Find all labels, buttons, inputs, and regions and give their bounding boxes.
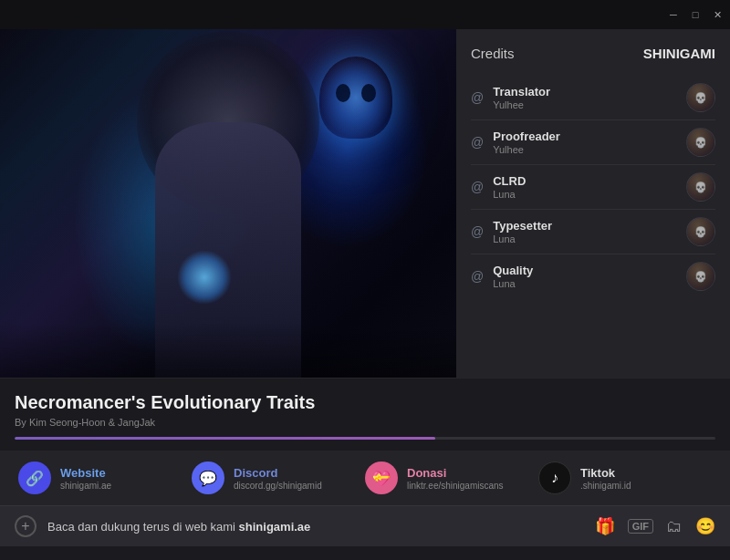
credit-name: Yulhee xyxy=(493,99,686,110)
message-text: Baca dan dukung terus di web kami shinig… xyxy=(47,520,584,534)
avatar-inner: 💀 xyxy=(687,84,714,111)
social-icon-website: 🔗 xyxy=(18,461,51,494)
message-bar: + Baca dan dukung terus di web kami shin… xyxy=(0,505,730,546)
social-url-website: shinigami.ae xyxy=(60,481,111,491)
emoji-icon[interactable]: 😊 xyxy=(695,516,715,536)
reading-progress-bar xyxy=(15,437,715,440)
social-text-website: Website shinigami.ae xyxy=(60,466,111,491)
progress-fill xyxy=(15,437,435,440)
add-content-button[interactable]: + xyxy=(15,515,36,537)
social-links-container: 🔗 Website shinigami.ae 💬 Discord discord… xyxy=(18,461,712,494)
titlebar: ─ □ ✕ xyxy=(0,0,730,29)
avatar-inner: 💀 xyxy=(687,263,714,290)
credits-list: @ Translator Yulhee 💀 @ Proofreader Yulh… xyxy=(471,76,715,298)
close-button[interactable]: ✕ xyxy=(712,9,723,20)
cover-image xyxy=(0,29,456,378)
credits-panel: Credits SHINIGAMI @ Translator Yulhee 💀 … xyxy=(456,29,730,378)
maximize-button[interactable]: □ xyxy=(690,9,701,20)
credit-role: Typesetter xyxy=(493,219,686,233)
credit-item: @ Proofreader Yulhee 💀 xyxy=(471,120,715,165)
credit-role: Proofreader xyxy=(493,130,686,143)
message-prefix: Baca dan dukung terus di web kami xyxy=(47,520,239,534)
social-text-discord: Discord discord.gg/shinigamid xyxy=(234,466,322,491)
credit-item: @ Translator Yulhee 💀 xyxy=(471,76,715,120)
credits-brand: SHINIGAMI xyxy=(643,46,715,61)
main-content: Credits SHINIGAMI @ Translator Yulhee 💀 … xyxy=(0,29,730,378)
manga-author: By Kim Seong-Hoon & JangJak xyxy=(15,417,715,428)
credit-role: Translator xyxy=(493,85,686,99)
social-item-website[interactable]: 🔗 Website shinigami.ae xyxy=(18,461,192,494)
manga-info-bar: Necromancer's Evolutionary Traits By Kim… xyxy=(0,378,730,451)
credit-at-icon: @ xyxy=(471,90,484,105)
social-text-tiktok: Tiktok .shinigami.id xyxy=(580,466,631,491)
social-item-tiktok[interactable]: ♪ Tiktok .shinigami.id xyxy=(538,461,712,494)
social-label-website: Website xyxy=(60,466,111,480)
credit-avatar: 💀 xyxy=(686,217,715,246)
credit-at-icon: @ xyxy=(471,180,484,194)
manga-title: Necromancer's Evolutionary Traits xyxy=(15,391,715,413)
credit-item: @ Typesetter Luna 💀 xyxy=(471,210,715,254)
social-url-donasi: linktr.ee/shinigamiscans xyxy=(407,481,504,491)
avatar-inner: 💀 xyxy=(687,129,714,156)
character-glow-hand xyxy=(177,250,232,305)
social-item-donasi[interactable]: 💝 Donasi linktr.ee/shinigamiscans xyxy=(365,461,538,494)
credit-name: Luna xyxy=(493,278,686,289)
credit-at-icon: @ xyxy=(471,224,484,239)
social-url-tiktok: .shinigami.id xyxy=(580,481,631,491)
credit-item: @ CLRD Luna 💀 xyxy=(471,165,715,210)
gift-icon[interactable]: 🎁 xyxy=(595,516,615,536)
credit-at-icon: @ xyxy=(471,269,484,284)
skull-eye-right xyxy=(361,84,376,102)
credit-avatar: 💀 xyxy=(686,83,715,112)
credit-avatar: 💀 xyxy=(686,262,715,291)
gif-button[interactable]: GIF xyxy=(628,519,653,534)
social-label-discord: Discord xyxy=(234,466,322,480)
sticker-icon[interactable]: 🗂 xyxy=(666,517,683,536)
manga-cover-panel xyxy=(0,29,456,378)
credit-item: @ Quality Luna 💀 xyxy=(471,254,715,298)
avatar-inner: 💀 xyxy=(687,218,714,245)
social-icon-donasi: 💝 xyxy=(365,461,398,494)
credit-avatar: 💀 xyxy=(686,172,715,202)
minimize-button[interactable]: ─ xyxy=(668,9,679,20)
credit-info: Typesetter Luna xyxy=(493,219,686,244)
social-links-bar: 🔗 Website shinigami.ae 💬 Discord discord… xyxy=(0,451,730,505)
credit-info: Proofreader Yulhee xyxy=(493,130,686,155)
message-actions: 🎁 GIF 🗂 😊 xyxy=(595,516,715,536)
social-url-discord: discord.gg/shinigamid xyxy=(234,481,322,491)
credit-role: Quality xyxy=(493,264,686,277)
social-label-tiktok: Tiktok xyxy=(580,466,631,480)
social-item-discord[interactable]: 💬 Discord discord.gg/shinigamid xyxy=(192,461,365,494)
social-icon-discord: 💬 xyxy=(192,461,224,494)
social-label-donasi: Donasi xyxy=(407,466,504,480)
credit-info: CLRD Luna xyxy=(493,174,686,200)
social-icon-tiktok: ♪ xyxy=(538,461,571,494)
credit-name: Luna xyxy=(493,189,686,200)
credit-info: Quality Luna xyxy=(493,264,686,289)
avatar-inner: 💀 xyxy=(687,173,714,201)
credits-title: Credits xyxy=(471,46,515,61)
social-text-donasi: Donasi linktr.ee/shinigamiscans xyxy=(407,466,504,491)
credit-info: Translator Yulhee xyxy=(493,85,686,110)
credit-name: Luna xyxy=(493,233,686,244)
credit-avatar: 💀 xyxy=(686,128,715,157)
cover-overlay xyxy=(0,323,456,378)
credits-header: Credits SHINIGAMI xyxy=(471,46,715,61)
credit-name: Yulhee xyxy=(493,144,686,155)
message-bold: shinigami.ae xyxy=(239,520,311,534)
credit-at-icon: @ xyxy=(471,135,484,150)
credit-role: CLRD xyxy=(493,174,686,188)
